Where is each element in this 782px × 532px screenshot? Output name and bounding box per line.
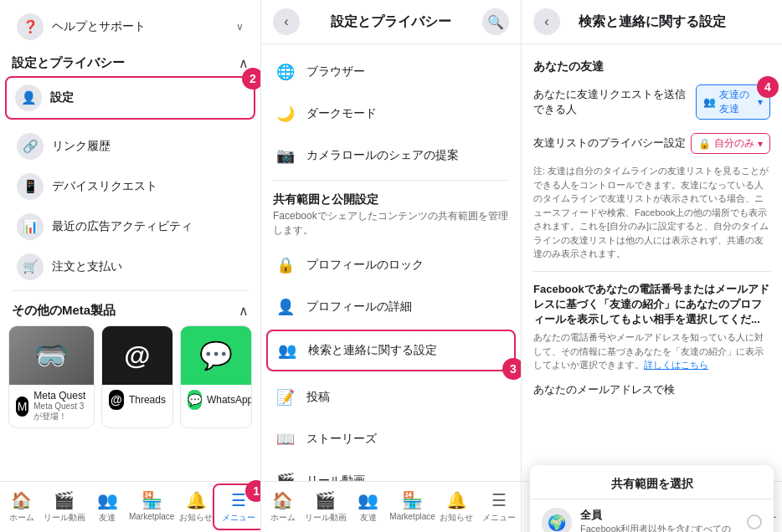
chevron-down-icon-2: ▾ (758, 138, 763, 150)
post-icon: 📝 (273, 385, 298, 410)
middle-header: ‹ 設定とプライバシー 🔍 (261, 0, 521, 44)
profile-detail-item[interactable]: 👤 プロフィールの詳細 (261, 286, 521, 328)
mid-home-icon: 🏠 (272, 490, 293, 510)
dropdown-title: 共有範囲を選択 (530, 468, 774, 499)
mid-nav-reels[interactable]: 🎬 リール動画 (304, 487, 347, 527)
nav-marketplace[interactable]: 🏪 Marketplace (129, 487, 174, 527)
mid-menu-label: メニュー (482, 512, 516, 524)
marketplace-label: Marketplace (129, 512, 174, 521)
device-icon: 📱 (17, 173, 44, 200)
step-3-badge: 3 (502, 358, 521, 380)
search-settings-item[interactable]: 👥 検索と連絡に関する設定 3 (266, 330, 516, 371)
friend-request-info: あなたに友達リクエストを送信できる人 (533, 87, 696, 117)
privacy-row[interactable]: 友達リストのプライバシー設定 🔒 自分のみ ▾ (522, 126, 782, 161)
link-history-item[interactable]: 🔗 リンク履歴 (5, 126, 255, 166)
meta-quest-card[interactable]: 🥽 M Meta Quest Meta Quest 3が登場！ (8, 325, 95, 428)
reels-label: リール動画 (44, 512, 85, 524)
threads-card[interactable]: @ @ Threads (101, 325, 173, 428)
email-section-title: あなたのメールアドレスで検 (522, 379, 782, 401)
all-radio[interactable] (747, 514, 762, 529)
back-button[interactable]: ‹ (273, 8, 300, 35)
help-support-item[interactable]: ❓ ヘルプとサポート ∨ (5, 7, 255, 47)
whatsapp-icon: 💬 (188, 390, 202, 410)
profile-lock-item[interactable]: 🔒 プロフィールのロック (261, 244, 521, 286)
whatsapp-card[interactable]: 💬 💬 WhatsApp (180, 325, 252, 428)
privacy-dropdown[interactable]: 🔒 自分のみ ▾ (691, 133, 770, 154)
nav-friends[interactable]: 👥 友達 (86, 487, 129, 527)
middle-title: 設定とプライバシー (300, 13, 482, 31)
quest-desc: Meta Quest 3が登場！ (33, 402, 87, 422)
mid-nav-friends[interactable]: 👥 友達 (347, 487, 389, 527)
right-header: ‹ 検索と連絡に関する設定 (522, 0, 782, 44)
mid-nav-marketplace[interactable]: 🏪 Marketplace (389, 487, 435, 527)
reels-item-icon: 🎬 (273, 468, 298, 481)
notifications-icon: 🔔 (186, 490, 207, 510)
mid-friends-label: 友達 (360, 512, 377, 524)
browser-icon: 🌐 (273, 59, 298, 84)
browser-label: ブラウザー (306, 64, 365, 79)
friend-request-row[interactable]: あなたに友達リクエストを送信できる人 👥 友達の友達 ▾ 4 (522, 78, 782, 126)
all-option-text: 全員 Facebook利用者以外を含むすべての人 (580, 508, 738, 532)
all-option-label: 全員 (580, 508, 738, 523)
step-1-badge: 1 (245, 480, 261, 502)
reels-item-label: リール動画 (306, 473, 365, 481)
orders-icon: 🛒 (17, 253, 44, 280)
mid-home-label: ホーム (270, 512, 296, 524)
mid-reels-icon: 🎬 (315, 490, 336, 510)
right-panel: ‹ 検索と連絡に関する設定 あなたの友達 あなたに友達リクエストを送信できる人 … (522, 0, 782, 532)
darkmode-icon: 🌙 (273, 101, 298, 126)
middle-bottom-nav: 🏠 ホーム 🎬 リール動画 👥 友達 🏪 Marketplace 🔔 お知らせ … (261, 481, 521, 532)
darkmode-item[interactable]: 🌙 ダークモード (261, 93, 521, 135)
nav-notifications[interactable]: 🔔 お知らせ (174, 487, 217, 527)
sharing-desc: Facebookでシェアしたコンテンツの共有範囲を管理します。 (261, 209, 521, 244)
meta-section-header[interactable]: その他のMeta製品 ∧ (0, 294, 260, 322)
settings-item[interactable]: 👤 設定 2 (5, 76, 255, 120)
product-cards: 🥽 M Meta Quest Meta Quest 3が登場！ @ @ Th (8, 325, 252, 428)
search-settings-icon: 👥 (275, 338, 300, 363)
left-panel: ❓ ヘルプとサポート ∨ 設定とプライバシー ∧ 👤 設定 2 🔗 リンク履歴 … (0, 0, 261, 532)
ads-activity-item[interactable]: 📊 最近の広告アクティビティ (5, 207, 255, 247)
stories-item[interactable]: 📖 ストーリーズ (261, 418, 521, 460)
step-4-badge: 4 (757, 76, 779, 98)
share-scope-dropdown: 共有範囲を選択 🌍 全員 Facebook利用者以外を含むすべての人 👥 友達の… (530, 465, 774, 532)
mid-nav-home[interactable]: 🏠 ホーム (261, 487, 304, 527)
friends-icon-badge: 👥 (703, 96, 716, 108)
reels-icon: 🎬 (54, 490, 75, 510)
orders-item[interactable]: 🛒 注文と支払い (5, 247, 255, 287)
left-bottom-nav: 🏠 ホーム 🎬 リール動画 👥 友達 🏪 Marketplace 🔔 お知らせ … (0, 481, 260, 532)
phone-section-title: Facebookであなたの電話番号またはメールアドレスに基づく「友達の紹介」にあ… (533, 282, 770, 328)
post-item[interactable]: 📝 投稿 (261, 376, 521, 418)
ads-label: 最近の広告アクティビティ (52, 219, 193, 234)
nav-reels[interactable]: 🎬 リール動画 (43, 487, 85, 527)
settings-section-header[interactable]: 設定とプライバシー ∧ (0, 47, 260, 74)
settings-icon: 👤 (15, 84, 42, 111)
darkmode-label: ダークモード (306, 106, 377, 121)
friends-label: 友達 (99, 512, 116, 524)
mid-nav-menu[interactable]: ☰ メニュー (478, 487, 521, 527)
device-request-item[interactable]: 📱 デバイスリクエスト (5, 166, 255, 207)
mid-menu-icon: ☰ (491, 490, 507, 510)
nav-menu[interactable]: ☰ メニュー 1 (218, 487, 260, 527)
camera-item[interactable]: 📷 カメラロールのシェアの提案 (261, 135, 521, 176)
details-link[interactable]: 詳しくはこちら (644, 360, 708, 370)
quest-name: Meta Quest (33, 390, 87, 402)
privacy-note: 注: 友達は自分のタイムラインの友達リストを見ることができる人をコントロールでき… (522, 161, 782, 268)
settings-section-label: 設定とプライバシー (12, 55, 125, 71)
browser-item[interactable]: 🌐 ブラウザー (261, 51, 521, 93)
search-button[interactable]: 🔍 (482, 8, 509, 35)
dropdown-option-all[interactable]: 🌍 全員 Facebook利用者以外を含むすべての人 (530, 499, 774, 532)
privacy-dropdown-label: 自分のみ (714, 136, 754, 151)
friend-request-dropdown-wrapper: 👥 友達の友達 ▾ 4 (696, 84, 770, 120)
reels-item[interactable]: 🎬 リール動画 (261, 460, 521, 481)
right-content: あなたの友達 あなたに友達リクエストを送信できる人 👥 友達の友達 ▾ 4 友達… (522, 44, 782, 481)
nav-home[interactable]: 🏠 ホーム (0, 487, 43, 527)
phone-section: Facebookであなたの電話番号またはメールアドレスに基づく「友達の紹介」にあ… (522, 275, 782, 379)
friend-request-label: あなたに友達リクエストを送信できる人 (533, 87, 696, 117)
separator-1 (12, 290, 249, 291)
product-cards-row: 🥽 M Meta Quest Meta Quest 3が登場！ @ @ Th (0, 322, 260, 432)
quest-info: Meta Quest Meta Quest 3が登場！ (33, 390, 87, 422)
mid-nav-notifications[interactable]: 🔔 お知らせ (435, 487, 478, 527)
profile-detail-label: プロフィールの詳細 (306, 299, 412, 315)
right-back-button[interactable]: ‹ (533, 8, 560, 35)
mid-reels-label: リール動画 (305, 512, 347, 524)
